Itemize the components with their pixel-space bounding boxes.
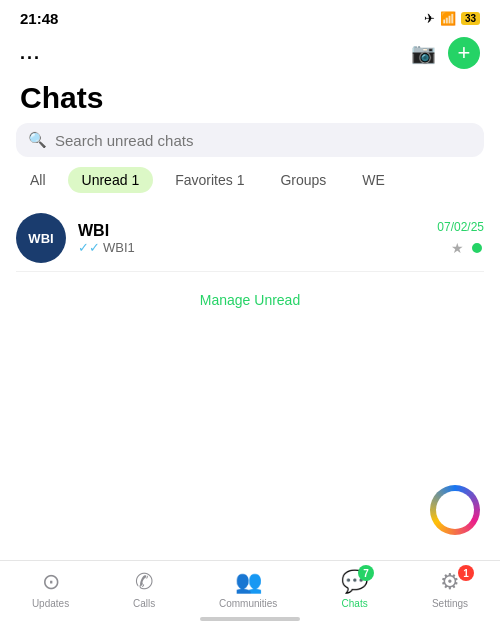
updates-icon: ⊙ <box>42 569 60 595</box>
tab-unread[interactable]: Unread 1 <box>68 167 154 193</box>
airplane-icon: ✈ <box>424 11 435 26</box>
status-time: 21:48 <box>20 10 58 27</box>
chat-preview: ✓✓ WBI1 <box>78 240 425 255</box>
nav-settings-label: Settings <box>432 598 468 609</box>
star-icon: ★ <box>451 240 464 256</box>
preview-text: WBI1 <box>103 240 135 255</box>
wifi-icon: 📶 <box>440 11 456 26</box>
page-title: Chats <box>0 77 500 123</box>
camera-icon: 📷 <box>411 42 436 64</box>
search-bar: 🔍 <box>16 123 484 157</box>
chat-icons: ★ <box>451 240 484 256</box>
meta-inner <box>436 491 474 529</box>
header-actions: ... 📷 + <box>0 33 500 77</box>
chat-name: WBI <box>78 222 425 240</box>
communities-icon: 👥 <box>235 569 262 595</box>
home-indicator <box>200 617 300 621</box>
tab-favorites[interactable]: Favorites 1 <box>161 167 258 193</box>
nav-updates-label: Updates <box>32 598 69 609</box>
settings-badge: 1 <box>458 565 474 581</box>
nav-settings[interactable]: ⚙ 1 Settings <box>432 569 468 609</box>
nav-communities[interactable]: 👥 Communities <box>219 569 277 609</box>
header-right: 📷 + <box>411 37 480 69</box>
settings-icon: ⚙ <box>440 569 460 595</box>
nav-chats-label: Chats <box>342 598 368 609</box>
status-icons: ✈ 📶 33 <box>424 11 480 26</box>
chat-list: WBI WBI ✓✓ WBI1 07/02/25 ★ <box>0 205 500 272</box>
online-indicator <box>470 241 484 255</box>
nav-updates[interactable]: ⊙ Updates <box>32 569 69 609</box>
manage-unread-button[interactable]: Manage Unread <box>0 272 500 328</box>
chat-meta: 07/02/25 ★ <box>437 220 484 256</box>
chat-content: WBI ✓✓ WBI1 <box>78 222 425 255</box>
unread-count: 1 <box>131 172 139 188</box>
nav-communities-label: Communities <box>219 598 277 609</box>
avatar-text: WBI <box>28 231 53 246</box>
chat-date: 07/02/25 <box>437 220 484 234</box>
chat-avatar: WBI <box>16 213 66 263</box>
dots-menu[interactable]: ... <box>20 43 41 64</box>
battery-badge: 33 <box>461 12 480 25</box>
filter-tabs: All Unread 1 Favorites 1 Groups WE <box>0 167 500 205</box>
tab-groups[interactable]: Groups <box>266 167 340 193</box>
search-input[interactable] <box>55 132 472 149</box>
search-icon: 🔍 <box>28 131 47 149</box>
read-check-icon: ✓✓ <box>78 240 100 255</box>
nav-calls[interactable]: ✆ Calls <box>133 569 155 609</box>
status-bar: 21:48 ✈ 📶 33 <box>0 0 500 33</box>
favorites-count: 1 <box>237 172 245 188</box>
tab-all[interactable]: All <box>16 167 60 193</box>
meta-button[interactable] <box>430 485 480 535</box>
nav-chats[interactable]: 💬 7 Chats <box>341 569 368 609</box>
chats-badge: 7 <box>358 565 374 581</box>
tab-we[interactable]: WE <box>348 167 399 193</box>
bottom-nav: ⊙ Updates ✆ Calls 👥 Communities 💬 7 Chat… <box>0 560 500 625</box>
calls-icon: ✆ <box>135 569 153 595</box>
nav-calls-label: Calls <box>133 598 155 609</box>
add-chat-button[interactable]: + <box>448 37 480 69</box>
chat-item-wbi[interactable]: WBI WBI ✓✓ WBI1 07/02/25 ★ <box>16 205 484 272</box>
camera-button[interactable]: 📷 <box>411 41 436 65</box>
